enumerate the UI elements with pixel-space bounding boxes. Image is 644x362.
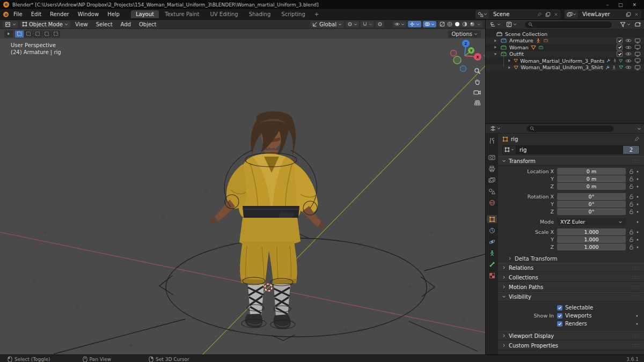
- new-collection-button[interactable]: [634, 21, 641, 28]
- render-visibility-icon[interactable]: [634, 65, 641, 70]
- location-y-field[interactable]: 0 m: [557, 175, 626, 182]
- viewport-canvas[interactable]: Options: [0, 29, 485, 354]
- selectable-checkbox[interactable]: [557, 305, 562, 311]
- scale-z-field[interactable]: 1.000: [557, 243, 626, 250]
- lock-icon[interactable]: [629, 237, 634, 242]
- panel-delta-transform-header[interactable]: Delta Transform: [498, 254, 644, 263]
- shading-dropdown-icon[interactable]: [477, 23, 481, 26]
- breadcrumb-object-name[interactable]: rig: [511, 136, 518, 142]
- menu-view[interactable]: View: [72, 21, 91, 28]
- select-mode-extend-button[interactable]: [24, 31, 33, 38]
- animate-dot-icon[interactable]: [636, 238, 639, 241]
- close-button[interactable]: ✕: [632, 2, 636, 8]
- menu-render[interactable]: Render: [46, 10, 73, 18]
- properties-options-icon[interactable]: [637, 125, 641, 131]
- panel-grip[interactable]: ::::: [632, 159, 640, 164]
- tab-texture-paint[interactable]: Texture Paint: [160, 10, 204, 18]
- animate-dot-icon[interactable]: [636, 170, 639, 173]
- shading-rendered-button[interactable]: [470, 21, 475, 27]
- outliner-row-shirt[interactable]: Woman_Martial_Uniform_3_Shirt: [486, 64, 644, 71]
- new-view-layer-icon[interactable]: [624, 12, 633, 17]
- remove-view-layer-icon[interactable]: [633, 12, 640, 17]
- menu-edit[interactable]: Edit: [27, 10, 45, 18]
- exclude-checkbox[interactable]: [617, 38, 623, 43]
- renders-checkbox[interactable]: [557, 321, 562, 327]
- exclude-checkbox[interactable]: [617, 51, 623, 57]
- toolbar-expand-button[interactable]: [4, 31, 13, 38]
- new-scene-icon[interactable]: [544, 12, 552, 17]
- render-visibility-icon[interactable]: [634, 58, 641, 63]
- tab-layout[interactable]: Layout: [131, 10, 159, 18]
- select-mode-set-button[interactable]: [15, 31, 24, 38]
- menu-file[interactable]: File: [10, 10, 26, 18]
- zoom-icon[interactable]: [474, 68, 481, 75]
- lock-icon[interactable]: [629, 201, 634, 207]
- sidebar-toggle-arrow[interactable]: ‹: [483, 53, 485, 58]
- scale-y-field[interactable]: 1.000: [557, 236, 626, 243]
- menu-select[interactable]: Select: [93, 21, 116, 28]
- panel-grip[interactable]: ::::: [632, 294, 640, 299]
- tab-render[interactable]: [487, 153, 497, 161]
- panel-grip[interactable]: ::::: [632, 343, 640, 348]
- rotation-mode-dropdown[interactable]: XYZ Euler: [557, 218, 626, 225]
- proportional-editing-toggle[interactable]: [376, 21, 384, 27]
- shading-wireframe-button[interactable]: [447, 21, 452, 27]
- menu-window[interactable]: Window: [74, 10, 103, 18]
- view-layer-selector[interactable]: ViewLayer: [565, 10, 641, 19]
- pin-scene-icon[interactable]: [535, 12, 544, 17]
- blender-menu-icon[interactable]: [3, 12, 9, 17]
- location-x-field[interactable]: 0 m: [557, 168, 626, 175]
- outliner-row-scene-collection[interactable]: Scene Collection: [486, 31, 644, 38]
- mode-selector[interactable]: Object Mode: [20, 21, 70, 28]
- tab-object-data[interactable]: [487, 249, 497, 257]
- overlays-toggle[interactable]: [423, 21, 436, 27]
- expand-icon[interactable]: [493, 45, 498, 49]
- outliner-editor-type-button[interactable]: [488, 21, 502, 28]
- menu-help[interactable]: Help: [104, 10, 123, 18]
- lock-icon[interactable]: [629, 194, 634, 200]
- expand-icon[interactable]: [507, 65, 511, 70]
- tab-physics[interactable]: [487, 238, 497, 246]
- object-name-input[interactable]: rig: [516, 145, 623, 154]
- properties-editor-type-button[interactable]: [488, 125, 502, 132]
- panel-transform-header[interactable]: Transform ::::: [498, 156, 644, 166]
- transform-orientation-selector[interactable]: Global: [310, 21, 344, 28]
- tab-shading[interactable]: Shading: [244, 10, 276, 18]
- pivot-point-selector[interactable]: [346, 21, 359, 27]
- tab-tool[interactable]: [487, 137, 497, 145]
- select-mode-intersect-button[interactable]: [52, 31, 60, 38]
- scene-selector[interactable]: Scene: [475, 10, 560, 19]
- tab-output[interactable]: [487, 165, 497, 173]
- expand-icon[interactable]: [507, 58, 511, 63]
- lock-icon[interactable]: [629, 229, 634, 235]
- animate-dot-icon[interactable]: [636, 210, 639, 213]
- panel-custom-properties-header[interactable]: Custom Properties ::::: [498, 341, 644, 350]
- shading-solid-button[interactable]: [455, 21, 460, 27]
- outliner-row-armature[interactable]: Armature: [486, 38, 644, 45]
- tab-view-layer[interactable]: [487, 176, 497, 184]
- hide-eye-icon[interactable]: [625, 58, 632, 63]
- hide-eye-icon[interactable]: [625, 65, 632, 70]
- tab-object[interactable]: [487, 215, 497, 223]
- select-mode-invert-button[interactable]: [42, 31, 51, 38]
- lock-icon[interactable]: [629, 183, 634, 189]
- panel-motion-paths-header[interactable]: Motion Paths ::::: [498, 282, 644, 292]
- panel-visibility-header[interactable]: Visibility ::::: [498, 292, 644, 301]
- properties-search-input[interactable]: [526, 125, 613, 132]
- render-visibility-icon[interactable]: [634, 45, 641, 50]
- shading-material-button[interactable]: [462, 21, 467, 27]
- animate-dot-icon[interactable]: [635, 322, 639, 326]
- animate-dot-icon[interactable]: [636, 195, 639, 198]
- animate-dot-icon[interactable]: [636, 220, 639, 224]
- panel-viewport-display-header[interactable]: Viewport Display ::::: [498, 331, 644, 341]
- menu-object[interactable]: Object: [136, 21, 160, 28]
- editor-type-button[interactable]: [3, 21, 18, 28]
- panel-grip[interactable]: ::::: [632, 334, 640, 338]
- hide-eye-icon[interactable]: [625, 38, 632, 43]
- animate-dot-icon[interactable]: [636, 178, 639, 181]
- rotation-z-field[interactable]: 0°: [557, 208, 626, 215]
- gizmos-toggle[interactable]: [408, 21, 421, 27]
- tab-scene[interactable]: [487, 187, 497, 195]
- tab-world[interactable]: [487, 198, 497, 206]
- viewports-checkbox[interactable]: [557, 313, 562, 319]
